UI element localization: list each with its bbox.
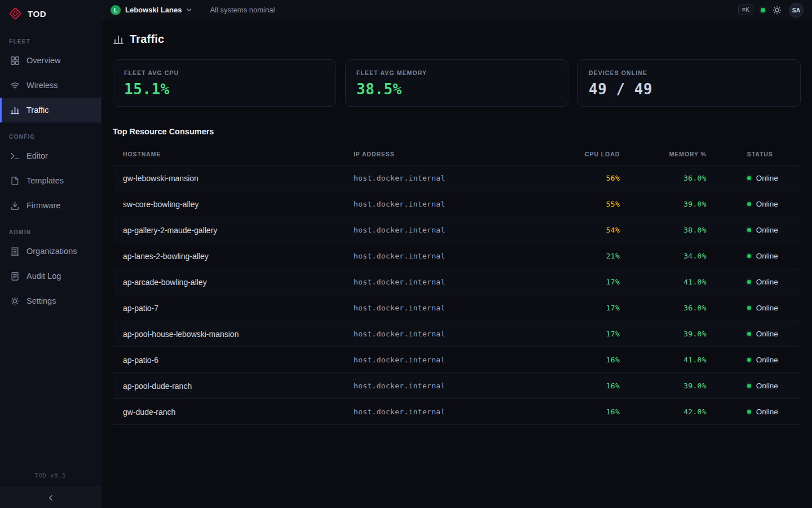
org-avatar: L (111, 5, 121, 15)
table-body: gw-lebowski-mansionhost.docker.internal5… (113, 165, 801, 425)
table-row[interactable]: gw-dude-ranchhost.docker.internal16%42.0… (113, 399, 801, 425)
memory-cell: 42.0% (620, 399, 707, 425)
table-row[interactable]: ap-pool-house-lebowski-mansionhost.docke… (113, 321, 801, 347)
main-content: Traffic FLEET AVG CPU 15.1% FLEET AVG ME… (102, 20, 812, 508)
command-palette-shortcut[interactable]: ⌘K (738, 5, 753, 15)
ip-address-cell: host.docker.internal (354, 321, 543, 347)
terminal-icon (10, 151, 20, 161)
app-name: TOD (28, 9, 46, 19)
stat-label: FLEET AVG MEMORY (356, 69, 557, 76)
status-cell: Online (707, 191, 801, 217)
sidebar-item-editor[interactable]: Editor (0, 143, 101, 168)
memory-cell: 39.0% (620, 191, 707, 217)
stat-label: FLEET AVG CPU (124, 69, 325, 76)
ip-address-cell: host.docker.internal (354, 373, 543, 399)
status-cell: Online (707, 269, 801, 295)
sidebar-item-organizations[interactable]: Organizations (0, 239, 101, 264)
resource-consumers-table: HOSTNAME IP ADDRESS CPU LOAD MEMORY % ST… (113, 143, 801, 425)
hostname-cell: ap-patio-6 (113, 347, 354, 373)
cpu-load-cell: 16% (543, 373, 620, 399)
sidebar-item-traffic[interactable]: Traffic (0, 98, 101, 122)
org-switcher[interactable]: L Lebowski Lanes (111, 5, 192, 15)
cpu-load-cell: 56% (543, 165, 620, 191)
memory-cell: 38.0% (620, 217, 707, 243)
status-cell: Online (707, 321, 801, 347)
online-dot-icon (747, 228, 751, 232)
hostname-cell: gw-dude-ranch (113, 399, 354, 425)
table-section-title: Top Resource Consumers (113, 127, 801, 136)
table-row[interactable]: ap-patio-7host.docker.internal17%36.0%On… (113, 295, 801, 321)
sidebar-item-templates[interactable]: Templates (0, 168, 101, 193)
hostname-cell: ap-gallery-2-maude-gallery (113, 217, 354, 243)
ip-address-cell: host.docker.internal (354, 191, 543, 217)
theme-toggle-button[interactable] (773, 6, 782, 15)
bar-chart-icon (10, 106, 20, 115)
user-avatar[interactable]: SA (789, 3, 804, 17)
online-dot-icon (747, 410, 751, 414)
sidebar-item-settings[interactable]: Settings (0, 288, 101, 313)
col-header-cpu: CPU LOAD (543, 143, 620, 165)
ip-address-cell: host.docker.internal (354, 269, 543, 295)
online-dot-icon (747, 306, 751, 310)
table-row[interactable]: ap-gallery-2-maude-galleryhost.docker.in… (113, 217, 801, 243)
col-header-hostname: HOSTNAME (113, 143, 354, 165)
page-title: Traffic (130, 33, 164, 46)
stat-value: 15.1% (124, 81, 325, 98)
cpu-load-cell: 17% (543, 295, 620, 321)
ip-address-cell: host.docker.internal (354, 217, 543, 243)
online-dot-icon (747, 280, 751, 284)
cpu-load-cell: 16% (543, 399, 620, 425)
download-icon (10, 201, 20, 211)
stat-value: 49 / 49 (589, 81, 789, 98)
table-row[interactable]: ap-patio-6host.docker.internal16%41.0%On… (113, 347, 801, 373)
cpu-load-cell: 17% (543, 269, 620, 295)
topbar: L Lebowski Lanes All systems nominal ⌘K … (102, 0, 812, 20)
online-dot-icon (747, 202, 751, 206)
hostname-cell: gw-lebowski-mansion (113, 165, 354, 191)
stat-value: 38.5% (356, 81, 557, 98)
sidebar-item-wireless[interactable]: Wireless (0, 73, 101, 98)
col-header-memory: MEMORY % (620, 143, 707, 165)
sun-icon (773, 6, 782, 15)
stat-card-fleet-avg-memory: FLEET AVG MEMORY 38.5% (345, 59, 568, 107)
app-logo-icon (8, 7, 22, 20)
status-cell: Online (707, 373, 801, 399)
online-dot-icon (747, 332, 751, 336)
table-row[interactable]: ap-pool-dude-ranchhost.docker.internal16… (113, 373, 801, 399)
system-status-text: All systems nominal (210, 6, 275, 14)
status-cell: Online (707, 399, 801, 425)
chevron-down-icon (186, 7, 192, 13)
online-dot-icon (747, 176, 751, 180)
online-dot-icon (747, 384, 751, 388)
sidebar-item-firmware[interactable]: Firmware (0, 193, 101, 218)
table-row[interactable]: gw-lebowski-mansionhost.docker.internal5… (113, 165, 801, 191)
cpu-load-cell: 17% (543, 321, 620, 347)
sidebar-item-overview[interactable]: Overview (0, 48, 101, 73)
hostname-cell: ap-lanes-2-bowling-alley (113, 243, 354, 269)
sidebar-item-audit-log[interactable]: Audit Log (0, 264, 101, 288)
status-cell: Online (707, 165, 801, 191)
wifi-icon (10, 81, 20, 90)
table-row[interactable]: ap-lanes-2-bowling-alleyhost.docker.inte… (113, 243, 801, 269)
hostname-cell: ap-arcade-bowling-alley (113, 269, 354, 295)
table-row[interactable]: ap-arcade-bowling-alleyhost.docker.inter… (113, 269, 801, 295)
table-row[interactable]: sw-core-bowling-alleyhost.docker.interna… (113, 191, 801, 217)
status-cell: Online (707, 347, 801, 373)
cpu-load-cell: 16% (543, 347, 620, 373)
memory-cell: 41.0% (620, 269, 707, 295)
chevron-left-icon (47, 494, 55, 502)
stat-label: DEVICES ONLINE (589, 69, 789, 76)
hostname-cell: ap-pool-house-lebowski-mansion (113, 321, 354, 347)
memory-cell: 41.0% (620, 347, 707, 373)
app-logo: TOD (0, 0, 101, 27)
nav-section-fleet: FLEET (9, 38, 92, 45)
org-name: Lebowski Lanes (125, 6, 182, 14)
col-header-status: STATUS (707, 143, 801, 165)
sidebar-collapse-button[interactable] (0, 487, 101, 508)
sidebar: TOD FLEET Overview Wireless Traffic CONF… (0, 0, 102, 508)
status-cell: Online (707, 243, 801, 269)
status-cell: Online (707, 295, 801, 321)
ip-address-cell: host.docker.internal (354, 165, 543, 191)
online-dot-icon (747, 254, 751, 258)
stat-card-devices-online: DEVICES ONLINE 49 / 49 (577, 59, 801, 107)
